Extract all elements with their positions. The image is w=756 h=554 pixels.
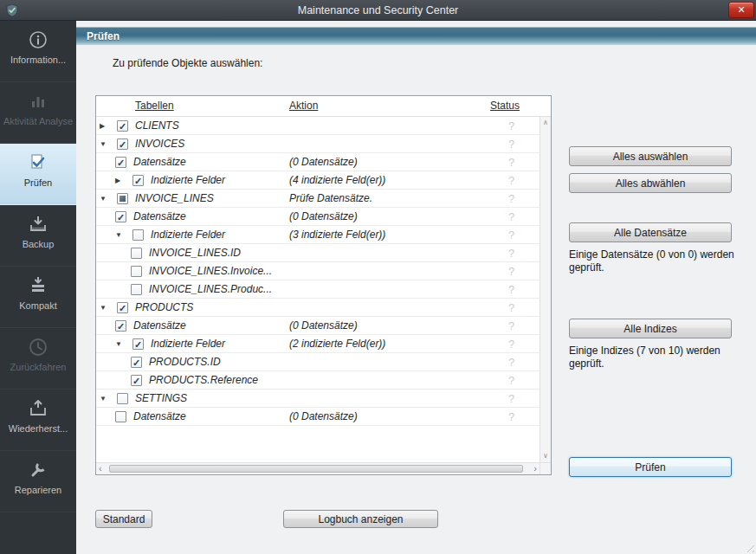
- row-label: Datensätze: [133, 319, 186, 332]
- row-checkbox-checked[interactable]: ✓: [117, 138, 128, 150]
- all-records-button[interactable]: Alle Datensätze: [569, 222, 732, 242]
- row-checkbox-checked[interactable]: ✓: [115, 157, 126, 168]
- sidebar-item-wiederherstellen[interactable]: Wiederherst...: [0, 390, 76, 451]
- row-status: ?: [508, 390, 514, 408]
- sidebar-item-label: Wiederherst...: [7, 423, 69, 434]
- expander-collapsed-icon[interactable]: ▶: [100, 122, 117, 130]
- table-row[interactable]: ✓PRODUCTS.ID?: [96, 353, 540, 371]
- page-title: Prüfen: [76, 28, 756, 46]
- sidebar-item-backup[interactable]: Backup: [0, 205, 76, 267]
- row-status: ?: [508, 226, 514, 244]
- table-row[interactable]: ▼✓PRODUCTS?: [96, 299, 540, 317]
- row-checkbox-unchecked[interactable]: [131, 248, 142, 259]
- row-checkbox-checked[interactable]: ✓: [115, 211, 126, 222]
- checkbox-mixed-fill: [120, 196, 126, 202]
- horizontal-scroll-thumb[interactable]: [109, 465, 523, 473]
- row-status: ?: [508, 153, 514, 171]
- table-row[interactable]: ▶✓Indizierte Felder(4 indizierte Feld(er…: [96, 171, 540, 190]
- row-checkbox-checked[interactable]: ✓: [115, 320, 126, 332]
- table-row[interactable]: ✓Datensätze(0 Datensätze)?: [96, 317, 540, 335]
- sidebar-item-pruefen[interactable]: Prüfen: [0, 144, 76, 205]
- row-label: INVOICE_LINES.Invoice...: [149, 265, 272, 277]
- deselect-all-button[interactable]: Alles abwählen: [569, 173, 732, 193]
- horizontal-scrollbar[interactable]: ‹ ›: [96, 462, 540, 474]
- sidebar-item-reparieren[interactable]: Reparieren: [0, 451, 76, 512]
- row-status: ?: [508, 208, 514, 226]
- row-label: INVOICE_LINES.ID: [149, 247, 241, 259]
- row-label: SETTINGS: [135, 392, 187, 404]
- title-bar[interactable]: Maintenance und Security Center ✕: [0, 0, 756, 21]
- expander-expanded-icon[interactable]: ▼: [115, 231, 132, 239]
- sidebar-item-information[interactable]: Information...: [0, 21, 76, 82]
- table-row[interactable]: ▼SETTINGS?: [96, 390, 540, 408]
- row-action: (0 Datensätze): [289, 317, 358, 335]
- expander-expanded-icon[interactable]: ▼: [115, 340, 132, 348]
- verify-button[interactable]: Prüfen: [569, 457, 732, 477]
- scroll-left-icon[interactable]: ‹: [99, 463, 102, 473]
- sidebar-item-label: Backup: [21, 239, 56, 249]
- rollback-clock-icon: [27, 336, 49, 358]
- expander-expanded-icon[interactable]: ▼: [100, 304, 117, 312]
- sidebar-item-kompakt[interactable]: Kompakt: [0, 267, 76, 328]
- table-row[interactable]: ▼Indizierte Felder(3 indizierte Feld(er)…: [96, 226, 540, 244]
- row-label: Datensätze: [133, 410, 186, 422]
- records-info-text: Einige Datensätze (0 von 0) werden geprü…: [569, 248, 735, 274]
- expander-collapsed-icon[interactable]: ▶: [115, 177, 132, 184]
- row-checkbox-unchecked[interactable]: [131, 284, 142, 295]
- row-checkbox-checked[interactable]: ✓: [132, 175, 144, 186]
- table-row[interactable]: ▼INVOICE_LINESPrüfe Datensätze.?: [96, 190, 540, 208]
- row-checkbox-unchecked[interactable]: [115, 411, 126, 422]
- sidebar-item-label: Aktivität Analyse: [2, 116, 74, 126]
- row-checkbox-checked[interactable]: ✓: [117, 120, 128, 132]
- row-label: Indizierte Felder: [151, 174, 225, 186]
- column-header-status[interactable]: Status: [490, 100, 520, 112]
- table-row[interactable]: ▶✓CLIENTS?: [96, 117, 540, 135]
- select-all-button[interactable]: Alles auswählen: [569, 146, 732, 166]
- row-checkbox-checked[interactable]: ✓: [131, 357, 142, 368]
- row-checkbox-checked[interactable]: ✓: [132, 338, 144, 350]
- row-checkbox-checked[interactable]: ✓: [131, 375, 142, 386]
- row-checkbox-unchecked[interactable]: [117, 393, 128, 404]
- row-label: INVOICES: [135, 138, 184, 150]
- vertical-scrollbar[interactable]: ∧ ∨: [540, 117, 551, 462]
- table-rows-area: ▶✓CLIENTS?▼✓INVOICES?✓Datensätze(0 Daten…: [96, 117, 540, 462]
- row-action: (0 Datensätze): [289, 408, 358, 426]
- row-status: ?: [508, 371, 514, 390]
- expander-expanded-icon[interactable]: ▼: [100, 195, 117, 203]
- scroll-down-icon[interactable]: ∨: [540, 451, 551, 461]
- row-label: Datensätze: [133, 156, 186, 168]
- standard-button[interactable]: Standard: [95, 510, 152, 528]
- row-checkbox-checked[interactable]: ✓: [117, 302, 128, 313]
- row-action: (4 indizierte Feld(er)): [289, 171, 385, 190]
- table-row[interactable]: ✓PRODUCTS.Reference?: [96, 371, 540, 390]
- column-header-tabellen[interactable]: Tabellen: [135, 100, 174, 112]
- row-action: (0 Datensätze): [289, 208, 358, 226]
- table-row[interactable]: ✓Datensätze(0 Datensätze)?: [96, 153, 540, 171]
- row-status: ?: [508, 408, 514, 426]
- table-row[interactable]: ▼✓Indizierte Felder(2 indizierte Feld(er…: [96, 335, 540, 353]
- verify-icon: [27, 151, 49, 174]
- row-checkbox-unchecked[interactable]: [131, 266, 142, 277]
- row-status: ?: [508, 262, 514, 280]
- show-log-button[interactable]: Logbuch anzeigen: [283, 510, 438, 528]
- window-title: Maintenance und Security Center: [0, 0, 756, 21]
- expander-expanded-icon[interactable]: ▼: [100, 395, 117, 403]
- scroll-up-icon[interactable]: ∧: [540, 118, 551, 128]
- table-row[interactable]: ✓Datensätze(0 Datensätze)?: [96, 208, 540, 226]
- all-indexes-button[interactable]: Alle Indizes: [569, 319, 732, 338]
- close-button[interactable]: ✕: [728, 2, 754, 18]
- sidebar-item-label: Kompakt: [17, 300, 58, 311]
- row-action: Prüfe Datensätze.: [289, 190, 372, 208]
- row-checkbox-unchecked[interactable]: [132, 229, 144, 241]
- table-row[interactable]: INVOICE_LINES.Produc...?: [96, 280, 540, 299]
- sidebar: Information... Aktivität Analyse Prüfen: [0, 21, 76, 554]
- table-row[interactable]: INVOICE_LINES.ID?: [96, 244, 540, 262]
- expander-expanded-icon[interactable]: ▼: [100, 140, 117, 148]
- column-header-aktion[interactable]: Aktion: [289, 100, 318, 112]
- table-row[interactable]: INVOICE_LINES.Invoice...?: [96, 262, 540, 280]
- row-status: ?: [508, 335, 514, 353]
- scroll-right-icon[interactable]: ›: [533, 463, 537, 473]
- table-row[interactable]: Datensätze(0 Datensätze)?: [96, 408, 540, 426]
- table-row[interactable]: ▼✓INVOICES?: [96, 135, 540, 153]
- row-checkbox-mixed[interactable]: [117, 193, 128, 204]
